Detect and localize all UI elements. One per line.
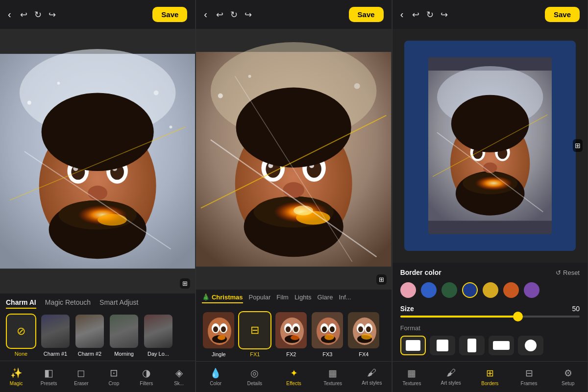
p3-textures-icon: ▦ bbox=[407, 368, 416, 379]
p3-nav-frames-label: Frames bbox=[521, 381, 538, 386]
swatch-purple[interactable] bbox=[524, 282, 539, 298]
details-icon: ◎ bbox=[250, 368, 259, 379]
p2-nav-color[interactable]: 💧 Color bbox=[196, 366, 235, 386]
preset-label-morning: Morning bbox=[114, 351, 134, 357]
tab-charm-ai[interactable]: Charm AI bbox=[6, 298, 36, 309]
redo-button-p3[interactable]: ↪ bbox=[441, 9, 448, 20]
preset-label-charm2: Charm #2 bbox=[78, 351, 101, 357]
swatch-navy[interactable] bbox=[462, 282, 478, 298]
size-row: Size 50 bbox=[400, 305, 580, 313]
preset-item-morning[interactable]: Morning bbox=[109, 314, 139, 357]
format-item-tall[interactable] bbox=[459, 336, 485, 355]
topbar-panel2: ‹ ↩ ↻ ↪ Save bbox=[196, 0, 391, 29]
nav-filters[interactable]: ◑ Filters bbox=[130, 365, 163, 386]
presets-tabs: Charm AI Magic Retouch Smart Adjust bbox=[6, 298, 189, 309]
swatch-orange[interactable] bbox=[503, 282, 519, 298]
nav-magic-label: Magic bbox=[10, 381, 23, 386]
back-button-p1[interactable]: ‹ bbox=[8, 9, 11, 20]
undo-button-p1[interactable]: ↩ bbox=[20, 9, 27, 20]
image-corner-icon-p1: ⊞ bbox=[180, 278, 190, 289]
undo-button-p3[interactable]: ↩ bbox=[412, 9, 419, 20]
eraser-icon: ◻ bbox=[77, 367, 85, 379]
undo-button-p2[interactable]: ↩ bbox=[216, 9, 223, 20]
format-item-wide2[interactable] bbox=[489, 336, 514, 355]
back-button-p3[interactable]: ‹ bbox=[400, 9, 404, 20]
format-item-wide[interactable] bbox=[400, 336, 426, 355]
nav-magic[interactable]: ✨ Magic bbox=[0, 365, 32, 386]
bottom-nav-p3: ▦ Textures 🖌 Art styles ⊞ Borders ⊟ Fram… bbox=[392, 361, 588, 392]
topbar-actions-p1: ↩ ↻ ↪ bbox=[20, 9, 56, 20]
topbar-actions-p2: ↩ ↻ ↪ bbox=[216, 9, 252, 20]
p2-nav-textures[interactable]: ▦ Textures bbox=[313, 366, 352, 386]
preset-label-none: None bbox=[15, 351, 27, 357]
redo-button-p2[interactable]: ↪ bbox=[245, 9, 252, 20]
svg-point-56 bbox=[286, 326, 291, 332]
effect-thumb-jingle bbox=[202, 311, 235, 349]
swatch-gold[interactable] bbox=[483, 282, 498, 298]
swatch-blue[interactable] bbox=[421, 282, 437, 298]
preset-item-charm1[interactable]: Charm #1 bbox=[40, 314, 71, 357]
slider-thumb[interactable] bbox=[513, 312, 523, 321]
redo-button-p1[interactable]: ↪ bbox=[49, 9, 56, 20]
panel-charm-ai: ‹ ↩ ↻ ↪ Save bbox=[0, 0, 196, 392]
back-button-p2[interactable]: ‹ bbox=[204, 9, 207, 20]
reset-button[interactable]: ↺ Reset bbox=[556, 269, 580, 276]
tab-lights[interactable]: Lights bbox=[294, 294, 312, 303]
preset-item-charm2[interactable]: Charm #2 bbox=[74, 314, 105, 357]
p3-nav-frames[interactable]: ⊟ Frames bbox=[510, 366, 549, 386]
redo-cw-button-p1[interactable]: ↻ bbox=[34, 9, 42, 20]
preset-item-none[interactable]: ⊘ None bbox=[6, 314, 36, 357]
topbar-panel1: ‹ ↩ ↻ ↪ Save bbox=[0, 0, 195, 29]
svg-point-72 bbox=[358, 326, 363, 332]
nav-crop[interactable]: ⊡ Crop bbox=[98, 365, 130, 386]
p2-nav-effects[interactable]: ✦ Effects bbox=[274, 366, 314, 386]
tab-popular[interactable]: Popular bbox=[249, 294, 271, 303]
effect-item-fx2[interactable]: FX2 bbox=[274, 311, 308, 357]
presets-scroll: ⊘ None Charm #1 Charm #2 bbox=[6, 314, 189, 361]
save-button-p3[interactable]: Save bbox=[545, 7, 580, 22]
p3-nav-textures[interactable]: ▦ Textures bbox=[392, 366, 432, 386]
effect-item-fx3[interactable]: FX3 bbox=[311, 311, 344, 357]
p2-nav-art-styles[interactable]: 🖌 Art styles bbox=[352, 366, 392, 386]
svg-point-51 bbox=[218, 335, 225, 340]
swatch-pink[interactable] bbox=[400, 282, 416, 298]
nav-sk[interactable]: ◈ Sk... bbox=[163, 365, 195, 386]
redo-cw-button-p3[interactable]: ↻ bbox=[426, 9, 434, 20]
effect-item-jingle[interactable]: Jingle bbox=[202, 311, 235, 357]
format-shape-wide bbox=[406, 340, 420, 351]
tab-film[interactable]: Film bbox=[276, 294, 289, 303]
p3-nav-setup[interactable]: ⚙ Setup bbox=[548, 366, 588, 386]
svg-point-49 bbox=[221, 326, 226, 332]
save-button-p2[interactable]: Save bbox=[349, 7, 384, 22]
preset-item-daylo[interactable]: Day Lo... bbox=[143, 314, 173, 357]
p3-nav-borders[interactable]: ⊞ Borders bbox=[470, 366, 510, 386]
tab-christmas[interactable]: 🎄 Christmas bbox=[202, 294, 243, 303]
nav-presets[interactable]: ◧ Presets bbox=[32, 365, 65, 386]
effect-item-fx4[interactable]: FX4 bbox=[347, 311, 380, 357]
swatch-green[interactable] bbox=[441, 282, 457, 298]
p3-setup-icon: ⚙ bbox=[564, 368, 572, 379]
textures-icon: ▦ bbox=[328, 368, 337, 379]
p3-nav-setup-label: Setup bbox=[562, 381, 574, 386]
p2-nav-effects-label: Effects bbox=[286, 381, 301, 386]
p3-nav-borders-label: Borders bbox=[481, 381, 498, 386]
reset-label: Reset bbox=[563, 269, 580, 276]
preset-thumb-daylo bbox=[143, 314, 173, 349]
nav-eraser[interactable]: ◻ Eraser bbox=[65, 365, 98, 386]
format-item-square[interactable] bbox=[430, 336, 455, 355]
effect-thumb-fx4 bbox=[347, 311, 380, 349]
tab-smart-adjust[interactable]: Smart Adjust bbox=[99, 298, 138, 309]
format-item-circle[interactable] bbox=[518, 336, 543, 355]
svg-point-64 bbox=[322, 326, 327, 332]
tab-inf[interactable]: Inf... bbox=[339, 294, 351, 303]
size-slider[interactable] bbox=[400, 316, 580, 318]
redo-cw-button-p2[interactable]: ↻ bbox=[230, 9, 238, 20]
save-button-p1[interactable]: Save bbox=[152, 7, 187, 22]
p2-nav-details[interactable]: ◎ Details bbox=[235, 366, 274, 386]
tab-magic-retouch[interactable]: Magic Retouch bbox=[45, 298, 91, 309]
p3-nav-art-styles[interactable]: 🖌 Art styles bbox=[431, 366, 470, 386]
effect-item-fx1[interactable]: ⊟ FX1 bbox=[238, 311, 271, 357]
effect-thumb-fx1: ⊟ bbox=[238, 311, 271, 349]
p3-nav-art-styles-label: Art styles bbox=[441, 380, 461, 386]
tab-glare[interactable]: Glare bbox=[318, 294, 333, 303]
